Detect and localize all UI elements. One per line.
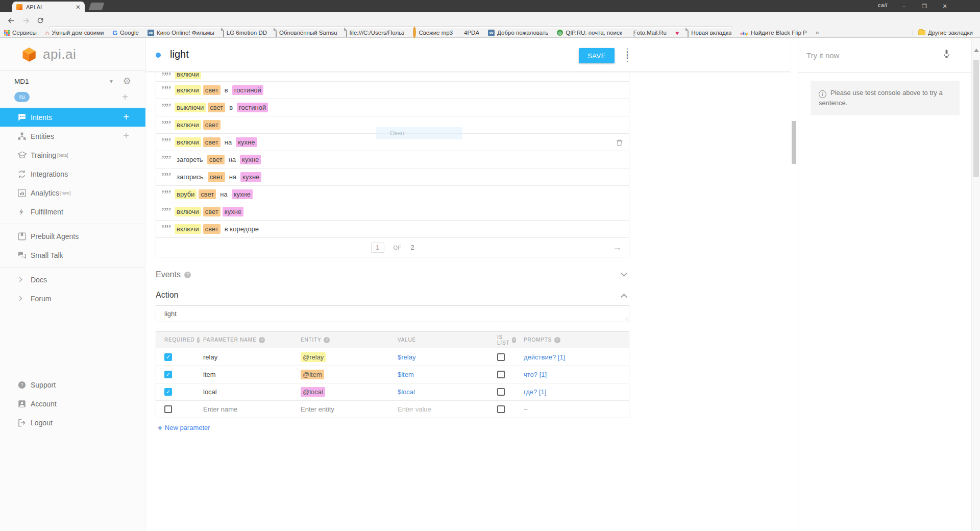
tab-close-icon[interactable]: ✕	[76, 4, 81, 10]
is-list-checkbox[interactable]	[497, 353, 505, 361]
sidebar-item-docs[interactable]: Docs	[0, 270, 145, 289]
trash-icon[interactable]	[615, 138, 624, 149]
chevron-down-icon[interactable]	[621, 270, 627, 277]
plain-token[interactable]: на	[227, 172, 238, 182]
bookmark-item[interactable]: Foto.Mail.Ru	[631, 30, 667, 36]
required-checkbox[interactable]	[164, 405, 172, 413]
plain-token[interactable]: загорись	[175, 172, 206, 182]
entity-token-item[interactable]: свет	[203, 207, 220, 216]
resize-grip[interactable]	[623, 316, 628, 321]
help-icon[interactable]: ?	[512, 337, 516, 343]
user-says-row[interactable]: ””включисветвгостиной	[156, 81, 629, 99]
entity-token-local[interactable]: гостиной	[237, 103, 268, 112]
entity-token-item[interactable]: свет	[208, 172, 225, 182]
back-icon[interactable]	[4, 14, 17, 27]
page-scrollbar[interactable]	[971, 38, 980, 531]
entity-token-relay[interactable]: включи	[175, 137, 201, 147]
entity-token-relay[interactable]: включи	[175, 224, 201, 234]
entity-token-local[interactable]: кухне	[240, 172, 261, 182]
user-says-row[interactable]: ””врубисветнакухне	[156, 185, 629, 203]
chevron-down-icon[interactable]: ▼	[109, 79, 114, 84]
entity-token-relay[interactable]: включи	[175, 85, 201, 95]
user-says-row[interactable]: ””включи	[156, 72, 629, 81]
bookmark-item[interactable]: Новая вкладка	[688, 28, 731, 37]
user-says-row[interactable]: ””выключисветвгостиной	[156, 99, 629, 116]
sidebar-item-support[interactable]: ?Support	[0, 375, 145, 394]
plain-token[interactable]: в	[227, 103, 235, 112]
bookmark-item[interactable]: Обновлённый Samsu	[276, 28, 337, 37]
sidebar-item-analytics[interactable]: Analytics[new]	[0, 183, 145, 202]
page-number-input[interactable]	[371, 243, 384, 253]
bookmarks-overflow-icon[interactable]: »	[816, 29, 819, 36]
required-checkbox[interactable]: ✓	[164, 371, 172, 378]
save-button[interactable]: SAVE	[579, 48, 615, 63]
bookmark-item[interactable]: vkДобро пожаловать	[488, 30, 548, 36]
bookmark-item[interactable]: Свежие mp3	[413, 28, 453, 37]
scrollbar-thumb[interactable]	[973, 60, 979, 177]
entity-token-item[interactable]: свет	[203, 137, 220, 147]
new-tab-button[interactable]	[89, 3, 105, 10]
entity-token-local[interactable]: гостиной	[232, 85, 263, 95]
entity-token-item[interactable]: свет	[207, 155, 225, 164]
is-list-checkbox[interactable]	[497, 371, 505, 378]
bookmark-item[interactable]: GGoogle	[113, 28, 139, 37]
add-language-button[interactable]: +	[122, 91, 128, 103]
sidebar-item-prebuilt-agents[interactable]: Prebuilt Agents	[0, 227, 145, 246]
microphone-icon[interactable]	[942, 49, 951, 62]
parameter-prompt[interactable]: где? [1]	[524, 388, 546, 396]
apiai-logo[interactable]: api.ai	[0, 38, 145, 71]
new-parameter-link[interactable]: + New parameter	[158, 423, 210, 432]
help-icon[interactable]: ?	[554, 337, 560, 343]
parameter-entity[interactable]: Enter entity	[301, 405, 334, 413]
help-icon[interactable]: ?	[184, 272, 191, 278]
sidebar-item-intents[interactable]: Intents+	[0, 108, 145, 127]
parameter-entity[interactable]: @relay	[301, 352, 326, 362]
plain-token[interactable]: на	[227, 155, 238, 164]
chevron-up-icon[interactable]	[621, 294, 627, 300]
parameter-name[interactable]: Enter name	[203, 405, 237, 413]
scrollbar-thumb[interactable]	[792, 121, 796, 164]
browser-tab[interactable]: API.AI ✕	[12, 2, 85, 12]
user-says-row[interactable]: ””включисветв коредоре	[156, 220, 629, 237]
entity-token-item[interactable]: свет	[203, 85, 220, 95]
plain-token[interactable]: на	[218, 189, 229, 199]
entity-token-item[interactable]: свет	[203, 120, 220, 130]
other-bookmarks-folder[interactable]: Другие закладки	[918, 30, 973, 36]
forward-icon[interactable]	[19, 14, 33, 27]
events-section-header[interactable]: Events ?	[156, 266, 629, 283]
entity-token-item[interactable]: свет	[199, 189, 216, 199]
parameter-value[interactable]: Enter value	[398, 405, 431, 413]
sidebar-item-small-talk[interactable]: Small Talk	[0, 246, 145, 264]
is-list-checkbox[interactable]	[497, 405, 505, 413]
user-says-row[interactable]: ””загорисьсветнакухне	[156, 168, 629, 185]
agent-selector[interactable]: MD1 ▼ ⚙	[0, 74, 145, 88]
parameter-prompt[interactable]: –	[524, 405, 527, 413]
user-says-row[interactable]: ””загоретьсветнакухне	[156, 151, 629, 168]
required-checkbox[interactable]: ✓	[164, 388, 172, 396]
minimize-button[interactable]: –	[894, 0, 914, 12]
sidebar-item-logout[interactable]: Logout	[0, 413, 145, 432]
bookmark-item[interactable]: ebyНайдите Black Flip P	[740, 28, 806, 37]
plain-token[interactable]: в	[223, 85, 230, 95]
close-button[interactable]: ✕	[935, 0, 954, 12]
parameter-entity[interactable]: @item	[301, 370, 324, 379]
parameter-prompt[interactable]: действие? [1]	[524, 353, 565, 361]
entity-token-local[interactable]: кухне	[223, 207, 243, 216]
action-section-header[interactable]: Action	[156, 286, 629, 304]
bookmark-item[interactable]: file:///C:/Users/Польз	[346, 28, 405, 37]
sidebar-item-account[interactable]: Account	[0, 394, 145, 413]
parameter-value[interactable]: $item	[398, 371, 414, 378]
maximize-button[interactable]: ❐	[915, 0, 934, 12]
scrollbar-up-icon[interactable]	[974, 49, 979, 52]
entity-token-local[interactable]: кухне	[232, 189, 253, 199]
bookmark-item[interactable]: ⌂Умный дом своими	[45, 28, 104, 37]
entity-token-relay[interactable]: вруби	[175, 189, 197, 199]
parameter-entity[interactable]: @local	[301, 387, 325, 397]
entity-token-relay[interactable]: включи	[175, 207, 201, 216]
is-list-checkbox[interactable]	[497, 388, 505, 396]
action-input[interactable]: light	[156, 305, 629, 322]
required-checkbox[interactable]: ✓	[164, 353, 172, 361]
parameter-value[interactable]: $relay	[398, 353, 415, 361]
bookmark-item[interactable]: 4PDA	[461, 30, 479, 36]
parameter-name[interactable]: relay	[203, 353, 217, 361]
